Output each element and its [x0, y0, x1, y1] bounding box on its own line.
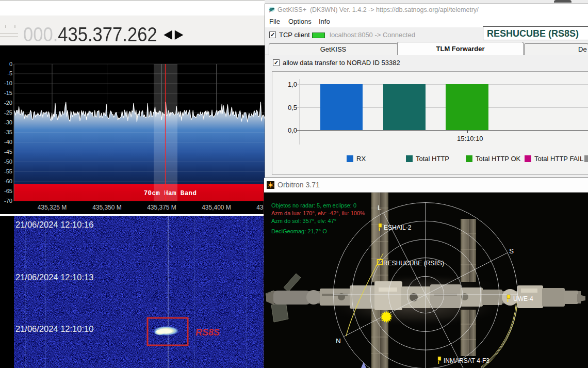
- svg-text:435,375 M: 435,375 M: [147, 204, 176, 211]
- svg-text:-65: -65: [4, 188, 12, 194]
- svg-text:ESHAIL-2: ESHAIL-2: [384, 224, 412, 231]
- svg-text:RESHUCUBE (RS8S): RESHUCUBE (RS8S): [383, 260, 444, 267]
- svg-text:-60: -60: [4, 178, 12, 184]
- svg-text:-5: -5: [7, 70, 12, 76]
- svg-text:S: S: [509, 247, 514, 255]
- svg-text:-25: -25: [4, 109, 12, 116]
- svg-text:L: L: [378, 204, 382, 212]
- svg-text:-45: -45: [4, 149, 12, 155]
- svg-text:Azm do sol: 357°, elv: 47°: Azm do sol: 357°, elv: 47°: [271, 218, 336, 224]
- svg-text:-10: -10: [4, 80, 12, 86]
- svg-text:-30: -30: [4, 119, 12, 125]
- svg-text:0: 0: [9, 61, 12, 67]
- svg-text:Objetos no radar: 5, em eclips: Objetos no radar: 5, em eclipse: 0: [271, 202, 356, 209]
- svg-text:-55: -55: [4, 168, 12, 174]
- svg-text:Azm da lua: 170°, elv: -42°, i: Azm da lua: 170°, elv: -42°, ilu: 100%: [271, 210, 365, 216]
- svg-text:21/06/2024 12:10:10: 21/06/2024 12:10:10: [15, 324, 93, 333]
- svg-text:-15: -15: [4, 90, 12, 96]
- svg-text:-40: -40: [4, 139, 12, 145]
- svg-text:INMARSAT 4-F3: INMARSAT 4-F3: [444, 357, 489, 364]
- svg-text:435,325 M: 435,325 M: [38, 204, 67, 211]
- svg-text:-50: -50: [4, 158, 12, 165]
- svg-text:-35: -35: [4, 129, 12, 135]
- svg-text:RS8S: RS8S: [195, 327, 220, 338]
- svg-text:435,400 M: 435,400 M: [202, 204, 231, 211]
- svg-text:21/06/2024 12:10:13: 21/06/2024 12:10:13: [15, 273, 93, 282]
- svg-text:-20: -20: [4, 100, 12, 106]
- svg-text:-70: -70: [4, 198, 12, 204]
- svg-text:N: N: [336, 337, 341, 345]
- svg-text:435,350 M: 435,350 M: [92, 204, 122, 211]
- svg-text:DeclGeomag: 21,7° O: DeclGeomag: 21,7° O: [271, 228, 327, 234]
- svg-text:UWE-4: UWE-4: [513, 295, 533, 302]
- svg-text:21/06/2024 12:10:16: 21/06/2024 12:10:16: [15, 220, 93, 229]
